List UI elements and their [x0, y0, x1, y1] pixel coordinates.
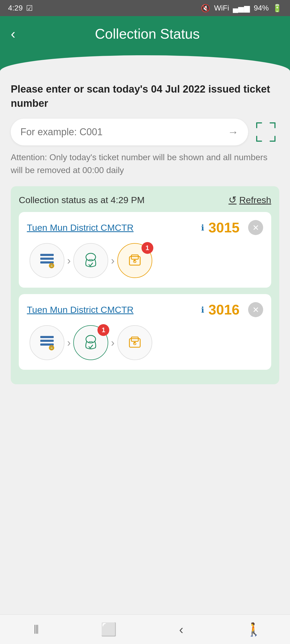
badge-3015: 1 — [142, 242, 153, 254]
arrow-2-3015: › — [111, 255, 114, 267]
page-title: Collection Status — [15, 26, 279, 42]
status-bar: 4:29 ☑ 🔇 WiFi ▄▅▆ 94% 🔋 — [0, 0, 290, 16]
close-button-3016[interactable]: ✕ — [248, 302, 263, 317]
nav-bar: ⦀ ⬜ ‹ 🚶 — [0, 614, 290, 644]
home-icon: ⬜ — [101, 622, 117, 637]
status-area: Collection status as at 4:29 PM ↺ Refres… — [11, 186, 279, 384]
info-icon-3016[interactable]: ℹ — [201, 305, 204, 314]
attention-text: Attention: Only today's ticket number wi… — [11, 151, 279, 177]
input-row: → — [11, 119, 279, 145]
badge-3016: 1 — [97, 324, 109, 336]
scan-icon — [255, 121, 277, 143]
app-header: ‹ Collection Status — [0, 16, 290, 55]
main-content: Please enter or scan today's 04 Jul 2022… — [0, 71, 290, 384]
svg-rect-19 — [40, 336, 54, 338]
queue-icon-3015: ⏳ — [38, 251, 56, 270]
back-button[interactable]: ‹ — [11, 27, 15, 41]
ticket-card-header-3015: Tuen Mun District CMCTR ℹ 3015 ✕ — [27, 219, 263, 236]
header-wave — [0, 55, 290, 71]
arrow-1-3015: › — [67, 255, 71, 267]
battery-icon: 🔋 — [273, 4, 282, 13]
collection-icon-3016 — [125, 333, 144, 352]
arrow-2-3016: › — [111, 337, 114, 349]
ticket-card-3016: Tuen Mun District CMCTR ℹ 3016 ✕ ⏳ › — [19, 294, 271, 370]
svg-rect-5 — [256, 136, 257, 142]
step-queue-3016: ⏳ — [30, 325, 64, 360]
svg-text:⏳: ⏳ — [50, 264, 54, 268]
step-dispensing-3015 — [73, 243, 108, 278]
ticket-card-3015: Tuen Mun District CMCTR ℹ 3015 ✕ ⏳ › — [19, 212, 271, 288]
arrow-1-3016: › — [67, 337, 71, 349]
nav-recents-button[interactable]: ⦀ — [20, 619, 52, 640]
status-bar-left: 4:29 ☑ — [8, 4, 33, 13]
refresh-label: Refresh — [239, 195, 271, 205]
step-dispensing-3016: 1 — [73, 325, 108, 360]
mute-icon: 🔇 — [201, 4, 210, 13]
ticket-number-3016: 3016 — [208, 302, 240, 318]
info-icon-3015[interactable]: ℹ — [201, 223, 204, 232]
step-collection-3015: 1 — [117, 243, 152, 278]
battery-text: 94% — [254, 4, 269, 12]
nav-back-button[interactable]: ‹ — [165, 619, 197, 640]
steps-row-3015: ⏳ › › 1 — [27, 243, 263, 278]
status-header-row: Collection status as at 4:29 PM ↺ Refres… — [19, 194, 271, 206]
nav-back-icon: ‹ — [179, 622, 183, 637]
svg-rect-20 — [40, 340, 54, 342]
queue-icon-3016: ⏳ — [38, 333, 56, 352]
step-collection-3016 — [117, 325, 152, 360]
step-queue-3015: ⏳ — [30, 243, 64, 278]
input-submit-arrow[interactable]: → — [228, 126, 238, 138]
nav-profile-button[interactable]: 🚶 — [238, 619, 270, 640]
wifi-icon: WiFi — [214, 4, 229, 12]
ticket-card-header-3016: Tuen Mun District CMCTR ℹ 3016 ✕ — [27, 302, 263, 318]
svg-rect-26 — [131, 337, 138, 341]
refresh-button[interactable]: ↺ Refresh — [229, 194, 271, 206]
dispensing-icon-3015 — [81, 251, 100, 270]
clinic-link-3015[interactable]: Tuen Mun District CMCTR — [27, 222, 197, 233]
svg-rect-7 — [274, 136, 276, 142]
steps-row-3016: ⏳ › 1 › — [27, 325, 263, 360]
refresh-icon: ↺ — [229, 194, 237, 206]
svg-rect-1 — [256, 122, 257, 128]
signal-icon: ▄▅▆ — [233, 4, 250, 13]
prompt-text: Please enter or scan today's 04 Jul 2022… — [11, 82, 279, 111]
check-icon: ☑ — [26, 4, 33, 13]
ticket-input-wrapper[interactable]: → — [11, 119, 248, 145]
svg-text:⏳: ⏳ — [50, 346, 54, 350]
profile-icon: 🚶 — [246, 622, 262, 637]
dispensing-icon-3016 — [81, 333, 100, 352]
collection-icon-3015 — [125, 251, 144, 270]
svg-rect-15 — [131, 255, 138, 259]
ticket-number-3015: 3015 — [208, 219, 240, 236]
status-time-label: Collection status as at 4:29 PM — [19, 195, 145, 205]
recents-icon: ⦀ — [34, 622, 39, 637]
clinic-link-3016[interactable]: Tuen Mun District CMCTR — [27, 305, 197, 315]
ticket-input[interactable] — [20, 126, 228, 138]
nav-home-button[interactable]: ⬜ — [93, 619, 125, 640]
close-button-3015[interactable]: ✕ — [248, 220, 263, 235]
scan-button[interactable] — [252, 119, 279, 145]
svg-rect-9 — [40, 258, 54, 260]
status-time: 4:29 — [8, 4, 23, 12]
status-bar-right: 🔇 WiFi ▄▅▆ 94% 🔋 — [201, 4, 282, 13]
svg-rect-8 — [40, 254, 54, 256]
svg-rect-3 — [274, 122, 276, 128]
